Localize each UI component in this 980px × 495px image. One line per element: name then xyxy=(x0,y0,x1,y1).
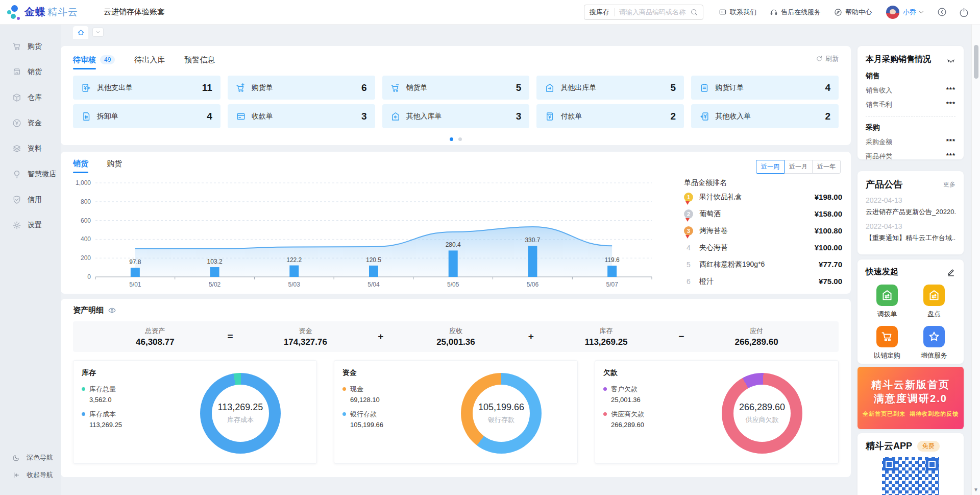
ranking-row[interactable]: 6橙汁¥75.00 xyxy=(684,274,842,289)
product-name: 葡萄酒 xyxy=(699,209,721,219)
scroll-down-arrow[interactable]: ▼ xyxy=(972,487,980,492)
sidebar-item-funds[interactable]: 资金 xyxy=(0,110,61,136)
ranking-row[interactable]: 5西红柿意粉酱190g*6¥77.70 xyxy=(684,257,842,272)
sales-trend-chart: 02004006008001,00097.8103.2122.2120.5280… xyxy=(73,178,675,293)
search-box[interactable]: 搜库存 请输入商品编码或名称 xyxy=(584,5,703,20)
todo-card-other-income[interactable]: 其他收入单2 xyxy=(691,104,839,128)
coin-yen-icon xyxy=(12,119,21,128)
edit-icon[interactable] xyxy=(946,268,955,277)
sidebar-item-credit[interactable]: 信用 xyxy=(0,187,61,213)
survey-banner[interactable]: 精斗云新版首页 满意度调研2.0 全新首页已到来 期待收到您的反馈 xyxy=(857,367,964,429)
tab-pending-approval[interactable]: 待审核 49 xyxy=(73,55,115,65)
stat-inventory: 库存113,269.25 xyxy=(576,326,637,347)
app-logo[interactable]: 金蝶 精斗云 xyxy=(6,4,78,20)
sidebar-item-sales[interactable]: 销货 xyxy=(0,59,61,85)
assets-panel: 资产明细 总资产46,308.77 = 资金174,327.76 + 应收25,… xyxy=(61,299,851,477)
ranking-row[interactable]: 2葡萄酒¥158.00 xyxy=(684,206,842,221)
stat-payable: 应付266,289.60 xyxy=(726,326,787,347)
search-icon[interactable] xyxy=(690,8,698,16)
collapse-nav-button[interactable]: 收起导航 xyxy=(0,466,61,484)
logout-button[interactable] xyxy=(959,7,969,17)
quick-action-sell-to-buy[interactable]: 以销定购 xyxy=(866,326,909,360)
announcement-link[interactable]: 【重要通知】精斗云工作台域... xyxy=(866,233,955,243)
search-category-selector[interactable]: 搜库存 xyxy=(584,8,615,17)
help-center-link[interactable]: 帮助中心 xyxy=(834,8,872,17)
cart-icon xyxy=(12,42,21,51)
inventory-card: 库存 库存总量3,562.0 库存成本113,269.25 113,269.25… xyxy=(73,360,317,464)
announcement-date: 2022-04-13 xyxy=(866,196,955,204)
stat-row: 采购金额*** xyxy=(866,137,955,147)
svg-text:330.7: 330.7 xyxy=(525,237,540,244)
svg-text:800: 800 xyxy=(81,198,91,205)
house-out-icon xyxy=(545,83,555,93)
todo-card-count: 5 xyxy=(516,82,522,93)
todo-card-receipt[interactable]: 收款单3 xyxy=(228,104,375,128)
todo-card-label: 付款单 xyxy=(560,112,582,121)
todo-card-sales-order[interactable]: 销货单5 xyxy=(382,76,530,100)
ranking-row[interactable]: 3烤海苔卷¥100.80 xyxy=(684,223,842,238)
gear-icon xyxy=(12,221,21,230)
svg-text:5/03: 5/03 xyxy=(288,281,301,288)
quick-action-transfer[interactable]: 调拨单 xyxy=(866,285,909,319)
refresh-button[interactable]: 刷新 xyxy=(816,54,839,63)
tab-sales[interactable]: 销货 xyxy=(73,159,88,169)
sidebar-item-smart-shop[interactable]: 智慧微店 xyxy=(0,161,61,187)
todo-card-other-inbound[interactable]: 其他入库单3 xyxy=(382,104,530,128)
carousel-dot-1[interactable] xyxy=(450,137,453,141)
dark-nav-toggle[interactable]: 深色导航 xyxy=(0,449,61,466)
quick-action-label: 调拨单 xyxy=(866,310,909,319)
user-menu[interactable]: 小乔 xyxy=(886,6,925,19)
todo-card-payment[interactable]: 付款单2 xyxy=(536,104,684,128)
announcement-link[interactable]: 云进销存产品更新公告_20220... xyxy=(866,207,955,217)
todo-card-other-outbound[interactable]: 其他出库单5 xyxy=(536,76,684,100)
todo-card-label: 销货单 xyxy=(406,83,428,92)
avatar xyxy=(886,6,899,19)
range-year-button[interactable]: 近一年 xyxy=(812,160,841,174)
todo-card-purchase-order[interactable]: 购货单6 xyxy=(228,76,375,100)
todo-card-count: 6 xyxy=(361,82,367,93)
operator-minus: − xyxy=(678,331,684,342)
sidebar-item-settings[interactable]: 设置 xyxy=(0,213,61,238)
quick-action-value-added[interactable]: 增值服务 xyxy=(913,326,955,360)
tab-dropdown-button[interactable] xyxy=(92,28,104,37)
scrollbar-thumb[interactable] xyxy=(974,45,978,79)
eye-icon[interactable] xyxy=(108,306,116,315)
home-tab[interactable] xyxy=(73,26,88,39)
stat-receivable: 应收25,001.36 xyxy=(425,326,486,347)
sidebar-item-label: 智慧微店 xyxy=(28,170,56,179)
legend-dot xyxy=(603,412,607,416)
todo-card-label: 其他收入单 xyxy=(715,112,751,121)
ranking-row[interactable]: 4夹心海苔¥100.00 xyxy=(684,240,842,255)
quick-action-stocktake[interactable]: 盘点 xyxy=(913,285,955,319)
tab-purchase[interactable]: 购货 xyxy=(107,159,122,169)
stat-funds: 资金174,327.76 xyxy=(275,326,336,347)
tab-pending-stock-io[interactable]: 待出入库 xyxy=(134,55,165,65)
sidebar-item-data[interactable]: 资料 xyxy=(0,136,61,161)
todo-card-disassembly[interactable]: 拆卸单4 xyxy=(73,104,220,128)
ranking-list: 单品金额排名 1果汁饮品礼盒¥198.00 2葡萄酒¥158.00 3烤海苔卷¥… xyxy=(684,178,842,289)
layers-icon xyxy=(12,144,21,153)
todo-card-other-expense[interactable]: 其他支出单11 xyxy=(73,76,220,100)
ranking-row[interactable]: 1果汁饮品礼盒¥198.00 xyxy=(684,190,842,204)
monthly-title: 本月采购销售情况 xyxy=(866,54,931,65)
more-link[interactable]: 更多 xyxy=(943,180,955,189)
app-title: 精斗云APP xyxy=(866,440,912,452)
after-sales-service-link[interactable]: 售后在线服务 xyxy=(770,8,821,17)
tab-warning-info[interactable]: 预警信息 xyxy=(184,55,215,65)
sales-chart-panel: 销货 购货 近一周 近一月 近一年 02004006008001,00097.8… xyxy=(61,152,851,294)
page-scrollbar[interactable]: ▼ xyxy=(971,25,980,495)
range-month-button[interactable]: 近一月 xyxy=(784,160,813,174)
eye-closed-icon[interactable] xyxy=(946,55,955,64)
search-input[interactable]: 请输入商品编码或名称 xyxy=(615,8,690,17)
range-week-button[interactable]: 近一周 xyxy=(756,160,785,174)
legend-dot xyxy=(342,412,346,416)
todo-card-count: 2 xyxy=(825,111,830,122)
announcements-title: 产品公告 xyxy=(866,178,902,191)
sidebar-item-warehouse[interactable]: 仓库 xyxy=(0,85,61,110)
contact-us-link[interactable]: 联系我们 xyxy=(719,8,756,17)
todo-card-purchase-request[interactable]: 购货订单4 xyxy=(691,76,839,100)
sidebar-item-purchase[interactable]: 购货 xyxy=(0,34,61,59)
compass-icon xyxy=(834,8,842,16)
carousel-dot-2[interactable] xyxy=(458,137,462,141)
back-button[interactable] xyxy=(937,7,947,17)
